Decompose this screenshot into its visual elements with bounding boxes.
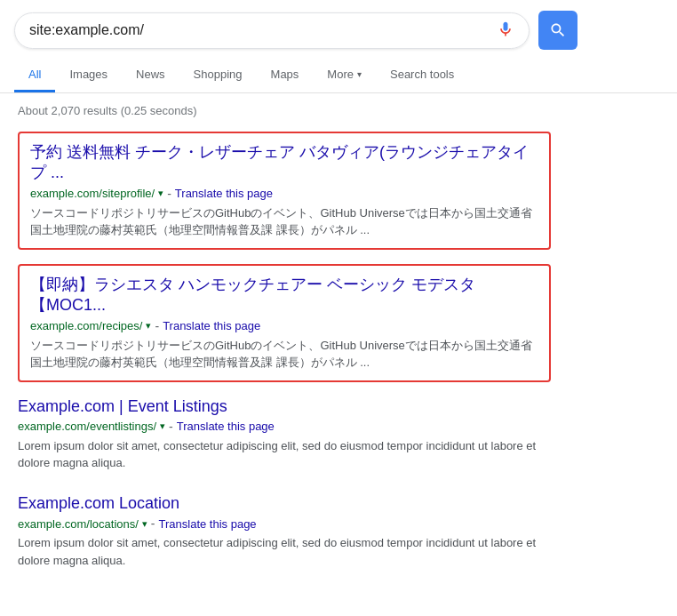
translate-link-1[interactable]: Translate this page [175, 187, 273, 200]
result-item-2: 【即納】ラシエスタ ハンモックチェアー ベーシック モデスタ 【MOC1... … [18, 264, 551, 382]
result-item-3: Example.com | Event Listings example.com… [18, 396, 551, 472]
result-url-1: example.com/siteprofile/ [30, 187, 155, 200]
url-separator-3: - [169, 420, 173, 434]
result-title-4[interactable]: Example.com Location [18, 493, 551, 514]
search-box: site:example.com/ [14, 12, 530, 49]
search-input[interactable]: site:example.com/ [29, 22, 488, 38]
translate-link-4[interactable]: Translate this page [159, 517, 257, 531]
mic-icon[interactable] [497, 20, 514, 41]
result-snippet-4: Lorem ipsum dolor sit amet, consectetur … [18, 534, 551, 569]
search-header: site:example.com/ All Images News Shoppi… [0, 0, 677, 93]
tab-maps[interactable]: Maps [257, 59, 314, 92]
chevron-down-icon: ▾ [357, 69, 362, 79]
url-separator-4: - [151, 516, 155, 531]
tab-more[interactable]: More ▾ [313, 59, 376, 92]
tab-all[interactable]: All [14, 59, 55, 92]
tab-search-tools[interactable]: Search tools [376, 59, 468, 92]
search-bar-row: site:example.com/ [14, 11, 663, 50]
result-url-row-4: example.com/locations/ ▾ - Translate thi… [18, 516, 551, 531]
results-area: About 2,070 results (0.25 seconds) 予約 送料… [0, 93, 677, 608]
result-url-row-1: example.com/siteprofile/ ▾ - Translate t… [30, 187, 538, 201]
tab-news[interactable]: News [122, 59, 179, 92]
tab-shopping[interactable]: Shopping [179, 59, 257, 92]
more-label: More [327, 68, 354, 81]
result-item-4: Example.com Location example.com/locatio… [18, 493, 551, 569]
result-snippet-1: ソースコードリポジトリサービスのGitHubのイベント、GitHub Unive… [30, 204, 538, 239]
url-dropdown-icon-3[interactable]: ▾ [160, 420, 165, 432]
result-url-row-2: example.com/recipes/ ▾ - Translate this … [30, 319, 538, 333]
url-dropdown-icon-1[interactable]: ▾ [158, 188, 163, 199]
result-url-3: example.com/eventlistings/ [18, 420, 156, 433]
results-stats: About 2,070 results (0.25 seconds) [18, 104, 659, 117]
result-title-3[interactable]: Example.com | Event Listings [18, 396, 551, 417]
tab-images[interactable]: Images [55, 59, 122, 92]
result-title-2[interactable]: 【即納】ラシエスタ ハンモックチェアー ベーシック モデスタ 【MOC1... [30, 275, 538, 316]
translate-link-2[interactable]: Translate this page [163, 319, 260, 332]
translate-link-3[interactable]: Translate this page [177, 420, 275, 433]
result-url-2: example.com/recipes/ [30, 319, 142, 332]
search-nav-tabs: All Images News Shopping Maps More ▾ Sea… [14, 59, 663, 92]
result-url-4: example.com/locations/ [18, 517, 139, 531]
url-dropdown-icon-4[interactable]: ▾ [142, 518, 147, 530]
result-snippet-3: Lorem ipsum dolor sit amet, consectetur … [18, 437, 551, 472]
result-snippet-2: ソースコードリポジトリサービスのGitHubのイベント、GitHub Unive… [30, 337, 538, 372]
url-separator-1: - [167, 187, 171, 201]
result-item-1: 予約 送料無料 チーク・レザーチェア バタヴィア(ラウンジチェアタイプ ... … [18, 132, 551, 250]
url-dropdown-icon-2[interactable]: ▾ [146, 320, 151, 332]
search-button[interactable] [538, 11, 577, 50]
result-url-row-3: example.com/eventlistings/ ▾ - Translate… [18, 420, 551, 434]
result-title-1[interactable]: 予約 送料無料 チーク・レザーチェア バタヴィア(ラウンジチェアタイプ ... [30, 142, 538, 184]
url-separator-2: - [155, 319, 159, 333]
